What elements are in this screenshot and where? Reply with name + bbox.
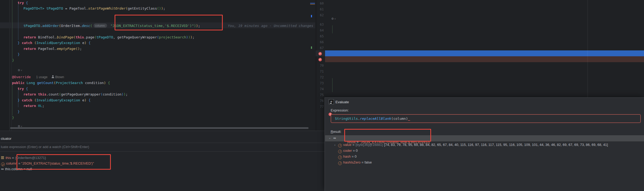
code-line[interactable]: } xyxy=(12,57,14,63)
field-name: coder xyxy=(343,149,352,153)
code-vision-icon[interactable]: ⚙˅ xyxy=(331,17,336,21)
code-token: _ xyxy=(408,117,410,121)
scrollbar-change-mark[interactable] xyxy=(310,4,315,5)
code-line[interactable]: public Long getCount(ProjectSearch condi… xyxy=(12,80,110,86)
code-line[interactable]: return BindTool.bindPage(this.page(tPage… xyxy=(23,34,195,40)
code-token: () xyxy=(157,6,161,10)
line-number[interactable]: 62 xyxy=(316,12,324,18)
line-number[interactable]: 67 xyxy=(316,45,324,51)
line-number[interactable]: 76 xyxy=(316,98,324,104)
code-token: count xyxy=(48,92,59,96)
code-line[interactable]: try { xyxy=(18,86,28,92)
code-token: ) xyxy=(84,41,88,45)
code-line[interactable]: } xyxy=(12,115,14,121)
indent-guide xyxy=(332,78,333,92)
code-line[interactable]: } xyxy=(18,51,20,57)
field-icon: f xyxy=(338,150,342,153)
code-token: { xyxy=(88,41,91,45)
code-line[interactable]: try { xyxy=(18,0,28,6)
code-token: ( xyxy=(391,117,393,121)
line-number[interactable]: 73 xyxy=(316,80,324,86)
watch-input-row[interactable]: luate expression (Enter) or add a watch … xyxy=(0,143,325,152)
result-child-row[interactable]: fhash = 0 xyxy=(334,154,357,160)
code-token: this xyxy=(38,92,46,96)
code-token: ( xyxy=(59,24,61,28)
chevron-expanded-icon[interactable]: ⌄ xyxy=(329,136,331,140)
line-number[interactable]: 61 xyxy=(316,6,324,12)
code-line[interactable]: PageDTO<T> tPageDTO = PageTool.startPage… xyxy=(23,6,165,11)
code-token: ; xyxy=(163,6,165,10)
chevron-collapsed-icon[interactable]: › xyxy=(334,142,338,148)
watch-name: this xyxy=(6,156,11,160)
line-number[interactable]: 77 xyxy=(316,104,324,110)
code-token: { xyxy=(26,87,28,91)
dialog-title: Evaluate xyxy=(335,100,349,104)
code-token: condition xyxy=(103,92,121,96)
field-icon: f xyxy=(338,156,342,159)
code-line[interactable]: return 0L; xyxy=(23,103,44,109)
result-child-row[interactable]: fhashIsZero = false xyxy=(334,160,372,165)
left-editor-gutter[interactable] xyxy=(0,0,10,131)
line-number[interactable]: 64 xyxy=(316,27,324,33)
horizontal-scrollbar[interactable] xyxy=(10,127,309,129)
code-token: e xyxy=(80,98,84,102)
watch-row[interactable]: this = {OrderItem@13271} xyxy=(1,155,46,161)
equals-sign: = xyxy=(351,154,355,158)
code-token: tPageDTO xyxy=(96,35,113,39)
field-name: value xyxy=(343,143,351,147)
breakpoint-icon[interactable]: ✓ xyxy=(318,58,322,61)
scrollbar-change-mark[interactable] xyxy=(310,3,315,3)
code-token: startPageWhitOrder xyxy=(88,6,126,10)
chevron-down-icon: ˅ xyxy=(21,69,22,72)
execution-line-highlight xyxy=(325,50,644,56)
code-line[interactable]: tPageDTO.addOrder(OrderItem.desc(column:… xyxy=(23,23,200,29)
field-icon: f xyxy=(338,161,342,165)
code-line[interactable]: } xyxy=(18,109,20,115)
watch-value: null xyxy=(27,167,32,171)
code-token: . xyxy=(84,35,86,39)
code-line[interactable]: return this.count(getPageQueryWrapper(co… xyxy=(23,91,128,97)
tab-actuator[interactable]: ctuator xyxy=(1,137,11,141)
equals-sign: = xyxy=(11,156,15,160)
line-number[interactable]: 60 xyxy=(316,1,324,6)
scrollbar-change-mark[interactable] xyxy=(311,46,312,49)
code-token: Long xyxy=(27,81,35,85)
code-token: } xyxy=(18,52,20,56)
code-token: } xyxy=(18,41,22,45)
line-number[interactable]: 71 xyxy=(316,69,324,74)
code-token: catch xyxy=(22,98,34,102)
field-value: [74, 83, 79, 78, 95, 69, 88, 84, 82, 65,… xyxy=(384,143,608,147)
code-line[interactable]: } catch (InvalidQueryException e) { xyxy=(18,40,91,46)
line-number[interactable]: 70 xyxy=(316,63,324,69)
scrollbar-change-mark[interactable] xyxy=(311,15,312,17)
result-row[interactable]: ⌄ ∞ result = "JSON_EXTRACT(status_time,$… xyxy=(325,135,644,141)
code-line[interactable]: return PageTool.emptyPage(); xyxy=(23,46,82,52)
git-blame-annotation: You, 19 minutes ago · Uncommitted change… xyxy=(228,23,313,29)
code-token: column xyxy=(393,117,406,121)
expression-code: StringUtils.replaceAllBlank(column)_ xyxy=(335,116,410,122)
line-number[interactable]: 72 xyxy=(316,74,324,80)
debugger-tab-row: ctuator xyxy=(0,135,325,143)
code-token: e xyxy=(80,41,84,45)
code-vision-icon[interactable]: ⚙˅ xyxy=(18,68,22,72)
indent-guide xyxy=(18,3,18,40)
line-number[interactable]: 75 xyxy=(316,92,324,98)
code-token: getPageQueryWrapper xyxy=(61,92,101,96)
line-number[interactable]: 63 xyxy=(316,22,324,27)
line-number[interactable]: 74 xyxy=(316,86,324,92)
code-token: getCount xyxy=(37,81,54,85)
expression-input[interactable]: StringUtils.replaceAllBlank(column)_ xyxy=(331,114,641,123)
result-child-row[interactable]: ›fvalue = {byte[36]@16881} [74, 83, 79, … xyxy=(334,142,608,148)
watch-row[interactable]: ∞this.column = null xyxy=(1,166,32,172)
breakpoint-icon[interactable]: ✓ xyxy=(318,52,322,55)
line-number[interactable]: 66 xyxy=(316,39,324,45)
result-child-row[interactable]: fcoder = 0 xyxy=(334,148,358,154)
code-token: "JSON_EXTRACT(status_time,'$.RECEIVED')" xyxy=(111,24,194,28)
equals-sign: = xyxy=(17,161,21,165)
line-number[interactable]: 65 xyxy=(316,33,324,39)
gutter-divider xyxy=(11,0,12,131)
code-line[interactable]: } catch (InvalidQueryException e) { xyxy=(18,97,91,103)
code-token: { xyxy=(108,81,110,85)
watch-row[interactable]: pcolumn = "JSON_EXTRACT(status_time,'$.R… xyxy=(1,161,94,166)
code-line[interactable]: @Override1 usageBtown xyxy=(12,74,64,80)
